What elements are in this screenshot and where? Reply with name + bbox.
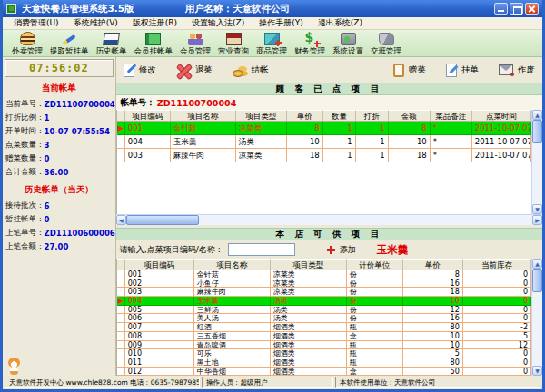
column-header[interactable]: 金额: [389, 110, 431, 122]
table-cell: *: [431, 149, 472, 162]
info-field-label: 合计金额：: [5, 167, 45, 178]
table-row[interactable]: ▶001金针菇凉菜类8118*2011-10-07 07:55:54: [117, 122, 531, 135]
action-button-left-2[interactable]: 退菜: [176, 64, 213, 77]
toolbar-button-10[interactable]: 交班管理: [367, 31, 405, 56]
available-items-table-region: 项目编码项目名称项目类型计价单位单价当前库存001金针菇凉菜类份80002小鱼仔…: [116, 259, 542, 376]
table-row[interactable]: 009青岛啤酒烟酒类瓶1012: [117, 341, 531, 350]
horizontal-scrollbar[interactable]: ◀ ▶: [116, 214, 542, 225]
scroll-up-icon[interactable]: ▲: [532, 259, 542, 269]
table-cell: 003: [125, 288, 194, 297]
scroll-right-icon[interactable]: ▶: [532, 215, 542, 225]
minimize-icon[interactable]: [494, 3, 508, 15]
table-row[interactable]: 004玉米羹汤类101110*2011-10-07 07:55:56: [117, 135, 531, 149]
table-row[interactable]: 012中华香烟烟酒类盒500: [117, 368, 531, 376]
column-header[interactable]: 项目名称: [194, 259, 271, 270]
scroll-thumb[interactable]: [532, 120, 542, 143]
table-cell: 2011-10-07 07:55:56: [472, 135, 531, 149]
toolbar-button-3[interactable]: 历史帐单: [93, 31, 131, 56]
row-marker: [117, 270, 125, 279]
available-items-header: 本 店 可 供 项 目: [116, 228, 542, 240]
column-header[interactable]: 数量: [323, 110, 356, 122]
column-header[interactable]: 当前库存: [463, 259, 531, 270]
table-row[interactable]: 003麻辣牛肉凉菜类181118*2011-10-07 07:55:56: [117, 149, 531, 162]
table-cell: 汤类: [271, 306, 347, 315]
toolbar-button-5[interactable]: 会员管理: [176, 31, 214, 56]
info-field-label: 暂挂帐单：: [5, 214, 45, 225]
add-button[interactable]: 添加: [340, 244, 356, 256]
toolbar-button-8[interactable]: 财务管理: [291, 31, 329, 56]
row-marker: [117, 135, 125, 149]
scroll-down-icon[interactable]: ▼: [532, 204, 542, 214]
info-field: 赠菜数量：0: [3, 152, 115, 165]
table-cell: 50: [403, 368, 463, 376]
book-icon: [103, 33, 120, 45]
column-header[interactable]: 项目类型: [271, 259, 347, 270]
toolbar-button-label: 外卖管理: [12, 46, 43, 56]
toolbar-button-2[interactable]: 提取暂挂单: [46, 31, 93, 56]
action-button-left-3[interactable]: 结帐: [233, 64, 269, 77]
menu-item-3[interactable]: 版权注册(R): [125, 17, 184, 29]
item-code-input[interactable]: [228, 243, 295, 256]
menu-item-4[interactable]: 设置输入法(Z): [184, 17, 252, 29]
scroll-down-icon[interactable]: ▼: [532, 366, 542, 376]
action-button-left-1[interactable]: 修改: [124, 64, 156, 77]
table-row[interactable]: 007红酒烟酒类瓶80-2: [117, 323, 531, 332]
table-cell: 011: [125, 358, 194, 368]
add-plus-icon[interactable]: [327, 246, 335, 254]
scroll-thumb[interactable]: [532, 269, 542, 292]
table-cell: 10: [403, 297, 463, 306]
column-header[interactable]: 打折: [356, 110, 389, 122]
vertical-scrollbar[interactable]: ▲ ▼: [531, 259, 542, 376]
table-row[interactable]: 001金针菇凉菜类份80: [117, 270, 531, 279]
table-row[interactable]: ▶004玉米羹汤类份100: [117, 297, 531, 306]
column-header[interactable]: 单价: [403, 259, 463, 270]
table-row[interactable]: 008三五香烟烟酒类盒105: [117, 332, 531, 341]
info-field-label: 赠菜数量：: [5, 153, 45, 164]
table-cell: 份: [347, 314, 403, 323]
action-button-right-3[interactable]: 作废: [499, 64, 535, 76]
table-row[interactable]: 006美人汤汤类份160: [117, 314, 531, 323]
table-cell: 瓶: [347, 349, 403, 358]
toolbar-button-1[interactable]: 外卖管理: [8, 31, 46, 56]
table-cell: 012: [125, 368, 194, 376]
scroll-up-icon[interactable]: ▲: [532, 110, 542, 120]
vertical-scrollbar[interactable]: ▲ ▼: [531, 110, 542, 214]
table-cell: 份: [347, 270, 403, 279]
maximize-icon[interactable]: [510, 3, 523, 15]
scroll-thumb[interactable]: [126, 215, 199, 225]
table-corner-cell: [117, 259, 125, 270]
table-cell: 中华香烟: [194, 368, 271, 376]
toolbar-button-7[interactable]: 商品管理: [253, 31, 291, 56]
info-field-value: 1: [45, 113, 50, 122]
toolbar-button-4[interactable]: 会员挂帐单: [131, 31, 177, 56]
column-header[interactable]: 点菜时间: [472, 110, 531, 122]
table-row[interactable]: 003麻辣牛肉凉菜类份180: [117, 288, 531, 297]
menu-item-5[interactable]: 操作手册(Y): [252, 17, 311, 29]
column-header[interactable]: 项目编码: [125, 110, 171, 122]
toolbar-button-6[interactable]: 营业查询: [214, 31, 253, 56]
menu-item-1[interactable]: 消费管理(U): [6, 17, 66, 29]
menu-item-6[interactable]: 退出系统(Z): [311, 17, 370, 29]
toolbar-button-9[interactable]: 系统设置: [329, 31, 367, 56]
action-button-right-1[interactable]: 赠菜: [393, 64, 426, 77]
menu-item-2[interactable]: 系统维护(V): [66, 17, 125, 29]
table-row[interactable]: 005三鲜汤汤类份120: [117, 306, 531, 315]
action-button-right-2[interactable]: 挂单: [446, 64, 479, 77]
table-row[interactable]: 011黑土地烟酒类瓶800: [117, 358, 531, 368]
column-header[interactable]: 项目编码: [125, 259, 194, 270]
column-header[interactable]: 单价: [287, 110, 323, 122]
column-header[interactable]: 项目名称: [171, 110, 236, 122]
table-row[interactable]: 002小鱼仔凉菜类份160: [117, 279, 531, 289]
info-field-label: 当前单号：: [5, 99, 45, 110]
table-row[interactable]: 010可乐烟酒类瓶50: [117, 349, 531, 358]
table-cell: 1: [356, 149, 389, 162]
column-header[interactable]: 项目类型: [236, 110, 287, 122]
table-cell: 004: [125, 297, 194, 306]
table-cell: 凉菜类: [236, 149, 287, 162]
table-cell: *: [431, 135, 472, 149]
close-icon[interactable]: [525, 3, 539, 15]
table-cell: 0: [463, 314, 531, 323]
column-header[interactable]: 计价单位: [347, 259, 403, 270]
scroll-left-icon[interactable]: ◀: [116, 215, 126, 225]
column-header[interactable]: 菜品备注: [431, 110, 472, 122]
